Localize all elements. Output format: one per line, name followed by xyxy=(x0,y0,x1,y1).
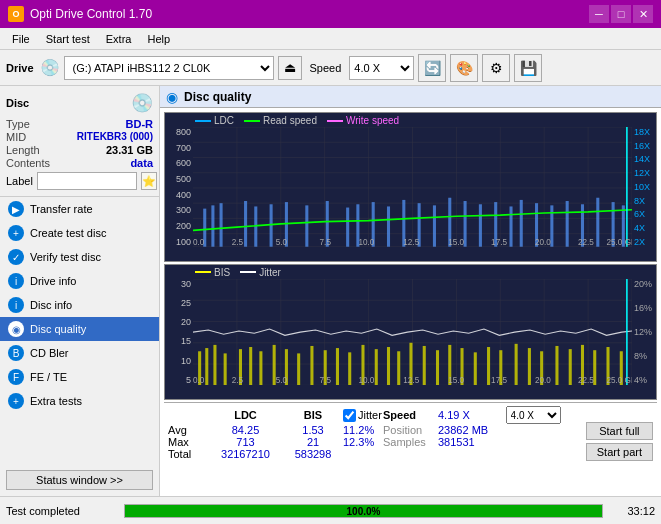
refresh-button[interactable]: 🔄 xyxy=(418,54,446,82)
disc-label-input[interactable] xyxy=(37,172,137,190)
sidebar-item-disc-quality[interactable]: ◉ Disc quality xyxy=(0,317,159,341)
disc-mid-row: MID RITEKBR3 (000) xyxy=(6,131,153,143)
max-bis: 21 xyxy=(283,436,343,448)
transfer-rate-icon: ▶ xyxy=(8,201,24,217)
svg-text:5.0: 5.0 xyxy=(276,375,288,385)
svg-text:20.0: 20.0 xyxy=(535,236,551,246)
sidebar-item-transfer-rate[interactable]: ▶ Transfer rate xyxy=(0,197,159,221)
sidebar-nav: ▶ Transfer rate + Create test disc ✓ Ver… xyxy=(0,197,159,464)
verify-disc-icon: ✓ xyxy=(8,249,24,265)
sidebar-item-verify-test-disc[interactable]: ✓ Verify test disc xyxy=(0,245,159,269)
speed-select-stats[interactable]: 4.0 X xyxy=(506,406,561,424)
svg-rect-82 xyxy=(259,351,262,385)
maximize-button[interactable]: □ xyxy=(611,5,631,23)
chart1-y-right: 18X 16X 14X 12X 10X 8X 6X 4X 2X xyxy=(632,127,656,247)
sidebar-item-cd-bler[interactable]: B CD Bler xyxy=(0,341,159,365)
sidebar-item-label-transfer-rate: Transfer rate xyxy=(30,203,93,215)
svg-rect-34 xyxy=(433,205,436,246)
svg-text:0.0: 0.0 xyxy=(193,236,205,246)
svg-rect-28 xyxy=(346,208,349,247)
legend-read-speed: Read speed xyxy=(244,115,317,126)
panel-icon: ◉ xyxy=(166,89,178,105)
color-button[interactable]: 🎨 xyxy=(450,54,478,82)
menu-extra[interactable]: Extra xyxy=(98,31,140,47)
col-header-ldc: LDC xyxy=(208,406,283,424)
title-area: O Opti Drive Control 1.70 xyxy=(8,6,152,22)
disc-icon: 💿 xyxy=(131,92,153,114)
sidebar-item-extra-tests[interactable]: + Extra tests xyxy=(0,389,159,413)
svg-text:20.0: 20.0 xyxy=(535,375,551,385)
svg-rect-78 xyxy=(213,345,216,385)
drive-label: Drive xyxy=(6,62,34,74)
toolbar: Drive 💿 (G:) ATAPI iHBS112 2 CL0K ⏏ Spee… xyxy=(0,50,661,86)
chart1-y-left: 800 700 600 500 400 300 200 100 xyxy=(165,127,193,247)
svg-rect-88 xyxy=(336,348,339,385)
disc-contents-row: Contents data xyxy=(6,157,153,169)
jitter-checkbox[interactable] xyxy=(343,409,356,422)
sidebar-item-disc-info[interactable]: i Disc info xyxy=(0,293,159,317)
stats-table: LDC BIS Jitter Speed 4.19 X 4.0 xyxy=(168,406,580,460)
svg-rect-106 xyxy=(569,349,572,385)
sidebar-item-fe-te[interactable]: F FE / TE xyxy=(0,365,159,389)
app-title: Opti Drive Control 1.70 xyxy=(30,7,152,21)
status-window-area: Status window >> xyxy=(6,470,153,490)
start-full-button[interactable]: Start full xyxy=(586,422,653,440)
svg-text:22.5: 22.5 xyxy=(578,236,594,246)
speed-value-display: 4.19 X xyxy=(438,406,506,424)
sidebar-item-label-disc-quality: Disc quality xyxy=(30,323,86,335)
content-area: ◉ Disc quality LDC Read speed Write spee… xyxy=(160,86,661,496)
minimize-button[interactable]: ─ xyxy=(589,5,609,23)
svg-text:5.0: 5.0 xyxy=(276,236,288,246)
statusbar: Test completed 100.0% 33:12 xyxy=(0,496,661,524)
max-speed-label: Samples xyxy=(383,436,438,448)
panel-header: ◉ Disc quality xyxy=(160,86,661,108)
settings-button[interactable]: ⚙ xyxy=(482,54,510,82)
disc-label-key: Label xyxy=(6,175,33,187)
save-button[interactable]: 💾 xyxy=(514,54,542,82)
chart1-svg: 0.0 2.5 5.0 7.5 10.0 12.5 15.0 17.5 20.0… xyxy=(193,127,632,247)
chart1-container: LDC Read speed Write speed 800 700 600 5… xyxy=(164,112,657,262)
extra-tests-icon: + xyxy=(8,393,24,409)
stats-avg-row: Avg 84.25 1.53 11.2% Position 23862 MB xyxy=(168,424,580,436)
legend-jitter: Jitter xyxy=(240,267,281,278)
svg-text:25.0 GB: 25.0 GB xyxy=(606,236,632,246)
svg-text:12.5: 12.5 xyxy=(403,236,419,246)
sidebar-item-label-cd-bler: CD Bler xyxy=(30,347,69,359)
sidebar-item-create-test-disc[interactable]: + Create test disc xyxy=(0,221,159,245)
menu-file[interactable]: File xyxy=(4,31,38,47)
svg-text:2.5: 2.5 xyxy=(232,236,244,246)
time-display: 33:12 xyxy=(611,505,655,517)
max-label: Max xyxy=(168,436,208,448)
drive-select[interactable]: (G:) ATAPI iHBS112 2 CL0K xyxy=(64,56,274,80)
svg-rect-31 xyxy=(387,206,390,246)
svg-text:7.5: 7.5 xyxy=(320,375,332,385)
svg-rect-37 xyxy=(479,204,482,246)
chart2-container: BIS Jitter 30 25 20 15 10 5 20% xyxy=(164,264,657,400)
charts-area: LDC Read speed Write speed 800 700 600 5… xyxy=(160,108,661,496)
svg-text:15.0: 15.0 xyxy=(448,236,464,246)
close-button[interactable]: ✕ xyxy=(633,5,653,23)
svg-rect-103 xyxy=(528,348,531,385)
disc-label-button[interactable]: ⭐ xyxy=(141,172,157,190)
svg-rect-21 xyxy=(220,203,223,247)
sidebar-item-drive-info[interactable]: i Drive info xyxy=(0,269,159,293)
avg-jitter: 11.2% xyxy=(343,424,383,436)
start-part-button[interactable]: Start part xyxy=(586,443,653,461)
menu-start-test[interactable]: Start test xyxy=(38,31,98,47)
menu-help[interactable]: Help xyxy=(139,31,178,47)
avg-speed-label: Position xyxy=(383,424,438,436)
disc-type-label: Type xyxy=(6,118,30,130)
disc-info-icon: i xyxy=(8,297,24,313)
sidebar: Disc 💿 Type BD-R MID RITEKBR3 (000) Leng… xyxy=(0,86,160,496)
eject-button[interactable]: ⏏ xyxy=(278,56,302,80)
total-ldc: 32167210 xyxy=(208,448,283,460)
speed-select[interactable]: 4.0 X xyxy=(349,56,414,80)
status-window-button[interactable]: Status window >> xyxy=(6,470,153,490)
max-ldc: 713 xyxy=(208,436,283,448)
disc-length-label: Length xyxy=(6,144,40,156)
progress-label: 100.0% xyxy=(347,505,381,516)
svg-rect-45 xyxy=(596,198,599,247)
svg-rect-99 xyxy=(474,352,477,385)
legend-ldc: LDC xyxy=(195,115,234,126)
fe-te-icon: F xyxy=(8,369,24,385)
